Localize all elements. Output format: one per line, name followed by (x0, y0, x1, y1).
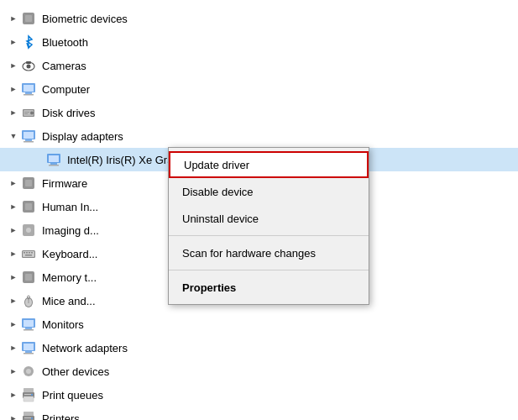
expand-arrow-printers[interactable]: ► (7, 412, 20, 420)
label-cameras: Cameras (42, 60, 86, 72)
label-computer: Computer (42, 83, 90, 96)
expand-arrow-bluetooth[interactable]: ► (7, 35, 20, 49)
label-monitors: Monitors (42, 318, 84, 331)
icon-display (20, 128, 37, 144)
icon-printers (20, 410, 37, 420)
svg-rect-54 (24, 396, 34, 402)
svg-rect-33 (31, 252, 33, 254)
icon-disk (20, 104, 37, 121)
svg-rect-6 (24, 85, 34, 92)
expand-arrow-disk[interactable]: ► (7, 106, 20, 119)
scan-changes-label: Scan for hardware changes (182, 247, 316, 260)
icon-monitors (20, 316, 37, 333)
svg-rect-15 (24, 132, 34, 139)
label-network: Network adapters (42, 342, 128, 354)
expand-arrow-mice[interactable]: ► (7, 294, 20, 307)
label-memory: Memory t... (42, 271, 97, 284)
disable-device-label: Disable device (182, 186, 254, 198)
expand-arrow-imaging[interactable]: ► (7, 223, 20, 237)
expand-arrow-biometric[interactable]: ► (7, 12, 20, 25)
tree-item-computer[interactable]: ► Computer (0, 77, 518, 101)
expand-arrow-monitors[interactable]: ► (7, 318, 20, 331)
icon-biometric (20, 10, 37, 27)
svg-point-3 (27, 65, 31, 69)
tree-item-display[interactable]: ▼ Display adapters (0, 124, 518, 148)
label-firmware: Firmware (42, 177, 87, 190)
tree-item-other[interactable]: ► Other devices (0, 360, 518, 383)
svg-point-27 (26, 228, 31, 233)
expand-arrow-cameras[interactable]: ► (7, 59, 20, 72)
tree-item-cameras[interactable]: ► Cameras (0, 54, 518, 77)
svg-rect-34 (25, 255, 32, 256)
separator-2 (169, 270, 369, 270)
context-menu-update-driver[interactable]: Update driver (169, 151, 369, 178)
expand-arrow-computer[interactable]: ► (7, 82, 20, 96)
expand-arrow-intel[interactable] (32, 153, 45, 166)
svg-rect-31 (26, 252, 28, 254)
svg-point-50 (26, 369, 31, 374)
tree-item-bluetooth[interactable]: ► Bluetooth (0, 30, 518, 54)
context-menu-scan-changes[interactable]: Scan for hardware changes (169, 239, 369, 266)
context-menu: Update driver Disable device Uninstall d… (168, 147, 369, 305)
expand-arrow-network[interactable]: ► (7, 341, 20, 354)
svg-rect-44 (24, 329, 34, 331)
label-display: Display adapters (42, 130, 123, 143)
label-imaging: Imaging d... (42, 224, 99, 237)
expand-arrow-memory[interactable]: ► (7, 270, 20, 284)
context-menu-disable-device[interactable]: Disable device (169, 178, 369, 205)
svg-rect-32 (29, 252, 30, 254)
svg-rect-23 (25, 180, 32, 186)
svg-rect-48 (24, 353, 34, 354)
tree-item-print[interactable]: ► Print queues (0, 383, 518, 407)
svg-rect-20 (50, 163, 57, 165)
tree-item-monitors[interactable]: ► Monitors (0, 312, 518, 336)
expand-arrow-print[interactable]: ► (7, 388, 20, 402)
icon-network (20, 339, 37, 356)
uninstall-device-label: Uninstall device (182, 213, 259, 225)
svg-rect-21 (49, 165, 59, 166)
label-bluetooth: Bluetooth (42, 36, 88, 49)
svg-rect-36 (25, 274, 32, 281)
icon-computer (20, 81, 37, 97)
tree-item-disk[interactable]: ► Disk drives (0, 101, 518, 124)
expand-arrow-display[interactable]: ▼ (7, 129, 20, 143)
svg-rect-13 (24, 113, 28, 114)
label-print: Print queues (42, 389, 103, 402)
icon-mice (20, 292, 37, 309)
label-other: Other devices (42, 365, 109, 378)
svg-rect-17 (24, 141, 34, 143)
svg-rect-1 (25, 15, 32, 22)
update-driver-label: Update driver (184, 159, 249, 171)
svg-rect-25 (25, 203, 32, 210)
expand-arrow-keyboard[interactable]: ► (7, 247, 20, 260)
context-menu-properties[interactable]: Properties (169, 274, 369, 301)
svg-rect-12 (24, 112, 29, 113)
svg-rect-19 (49, 155, 59, 162)
icon-human (20, 198, 37, 215)
svg-rect-4 (26, 61, 31, 64)
properties-label: Properties (182, 281, 236, 294)
context-menu-uninstall-device[interactable]: Uninstall device (169, 205, 369, 232)
label-printers: Printers (42, 412, 80, 421)
expand-arrow-other[interactable]: ► (7, 365, 20, 378)
label-human: Human In... (42, 201, 98, 213)
svg-point-55 (31, 394, 33, 396)
tree-item-biometric[interactable]: ► Biometric devices (0, 7, 518, 30)
svg-rect-46 (24, 344, 34, 350)
expand-arrow-firmware[interactable]: ► (7, 176, 20, 190)
icon-other (20, 363, 37, 380)
svg-point-11 (30, 112, 34, 115)
icon-cameras (20, 57, 37, 74)
icon-firmware (20, 175, 37, 192)
svg-rect-30 (24, 252, 25, 254)
expand-arrow-human[interactable]: ► (7, 200, 20, 213)
tree-item-printers[interactable]: ► Printers (0, 407, 518, 420)
svg-rect-42 (24, 320, 34, 327)
label-keyboard: Keyboard... (42, 248, 98, 260)
svg-rect-8 (24, 94, 34, 96)
tree-item-network[interactable]: ► Network adapters (0, 336, 518, 360)
svg-rect-7 (25, 92, 32, 94)
svg-rect-47 (25, 351, 32, 353)
icon-imaging (20, 222, 37, 239)
label-disk: Disk drives (42, 107, 96, 119)
